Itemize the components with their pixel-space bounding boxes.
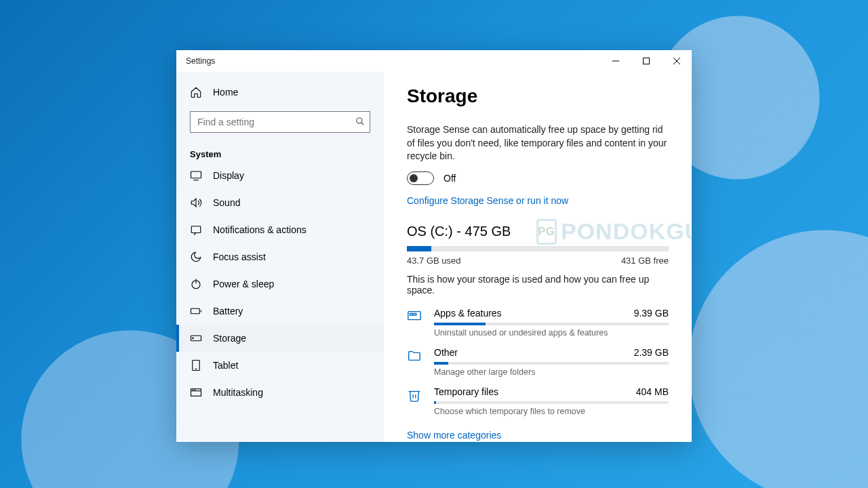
titlebar: Settings	[176, 50, 692, 72]
sidebar-item-label: Battery	[213, 306, 243, 317]
drive-free-label: 431 GB free	[621, 256, 669, 266]
window-title: Settings	[186, 56, 600, 66]
display-icon	[190, 169, 202, 182]
minimize-button[interactable]	[600, 50, 631, 72]
svg-point-15	[193, 338, 194, 339]
sidebar: Home System Display Sound	[176, 72, 384, 442]
sidebar-item-label: Storage	[213, 333, 246, 344]
svg-rect-24	[414, 313, 416, 315]
sidebar-item-label: Sound	[213, 197, 240, 208]
search-input[interactable]	[190, 111, 370, 133]
sidebar-item-display[interactable]: Display	[176, 162, 384, 189]
category-name: Temporary files	[434, 386, 498, 397]
close-button[interactable]	[661, 50, 692, 72]
sidebar-item-label: Focus assist	[213, 251, 266, 262]
category-temporary-files[interactable]: Temporary files404 MB Choose which tempo…	[407, 386, 669, 416]
storage-icon	[190, 332, 202, 344]
focus-assist-icon	[190, 251, 202, 263]
category-bar	[434, 323, 669, 325]
category-size: 404 MB	[636, 386, 669, 397]
sidebar-item-storage[interactable]: Storage	[176, 325, 384, 352]
drive-usage-bar-fill	[407, 246, 431, 251]
svg-rect-18	[191, 389, 201, 396]
home-icon	[190, 86, 202, 98]
sidebar-item-label: Notifications & actions	[213, 224, 307, 235]
battery-icon	[190, 305, 202, 317]
sidebar-item-label: Power & sleep	[213, 279, 274, 289]
svg-line-5	[361, 123, 364, 125]
sidebar-item-label: Tablet	[213, 360, 238, 371]
storage-sense-toggle-label: Off	[443, 173, 456, 184]
svg-marker-8	[191, 199, 196, 207]
category-subtitle: Uninstall unused or undesired apps & fea…	[434, 328, 669, 338]
maximize-button[interactable]	[631, 50, 661, 72]
storage-sense-toggle[interactable]	[407, 171, 434, 185]
category-size: 9.39 GB	[634, 308, 669, 319]
sound-icon	[190, 197, 202, 209]
configure-storage-sense-link[interactable]: Configure Storage Sense or run it now	[407, 195, 568, 206]
settings-window: Settings Home System Dis	[176, 50, 692, 442]
svg-rect-6	[191, 171, 201, 178]
category-name: Apps & features	[434, 308, 502, 319]
main-pane: PGPONDOKGUE Storage Storage Sense can au…	[384, 72, 692, 442]
svg-rect-12	[191, 308, 200, 314]
tablet-icon	[190, 359, 202, 371]
svg-point-4	[357, 118, 362, 123]
svg-rect-23	[410, 313, 413, 315]
sidebar-item-notifications[interactable]: Notifications & actions	[176, 216, 384, 243]
storage-sense-description: Storage Sense can automatically free up …	[407, 123, 669, 163]
drive-title: OS (C:) - 475 GB	[407, 224, 669, 239]
sidebar-item-sound[interactable]: Sound	[176, 189, 384, 216]
sidebar-nav: Display Sound Notifications & actions Fo…	[176, 162, 384, 442]
drive-description: This is how your storage is used and how…	[407, 274, 669, 296]
svg-rect-9	[191, 226, 201, 233]
category-name: Other	[434, 347, 458, 358]
sidebar-item-focus-assist[interactable]: Focus assist	[176, 243, 384, 270]
drive-used-label: 43.7 GB used	[407, 256, 461, 266]
power-icon	[190, 278, 202, 290]
notifications-icon	[190, 224, 202, 236]
svg-rect-1	[643, 58, 649, 64]
show-more-categories-link[interactable]: Show more categories	[407, 430, 501, 441]
category-subtitle: Manage other large folders	[434, 367, 669, 377]
sidebar-item-label: Display	[213, 170, 244, 181]
drive-usage-bar	[407, 246, 669, 251]
home-label: Home	[213, 87, 238, 98]
page-title: Storage	[407, 85, 669, 107]
category-other[interactable]: Other2.39 GB Manage other large folders	[407, 347, 669, 377]
sidebar-item-multitasking[interactable]: Multitasking	[176, 379, 384, 406]
folder-icon	[407, 347, 423, 377]
category-size: 2.39 GB	[634, 347, 669, 358]
sidebar-section-label: System	[176, 142, 384, 162]
sidebar-item-power-sleep[interactable]: Power & sleep	[176, 270, 384, 298]
category-bar	[434, 401, 669, 404]
search-icon	[355, 117, 365, 126]
home-button[interactable]: Home	[176, 79, 384, 106]
sidebar-item-label: Multitasking	[213, 387, 263, 398]
multitasking-icon	[190, 386, 202, 399]
apps-icon	[407, 308, 423, 338]
category-bar	[434, 362, 669, 365]
category-subtitle: Choose which temporary files to remove	[434, 407, 669, 416]
trash-icon	[407, 386, 423, 416]
sidebar-item-battery[interactable]: Battery	[176, 298, 384, 325]
category-apps-features[interactable]: Apps & features9.39 GB Uninstall unused …	[407, 308, 669, 338]
sidebar-item-tablet[interactable]: Tablet	[176, 352, 384, 379]
